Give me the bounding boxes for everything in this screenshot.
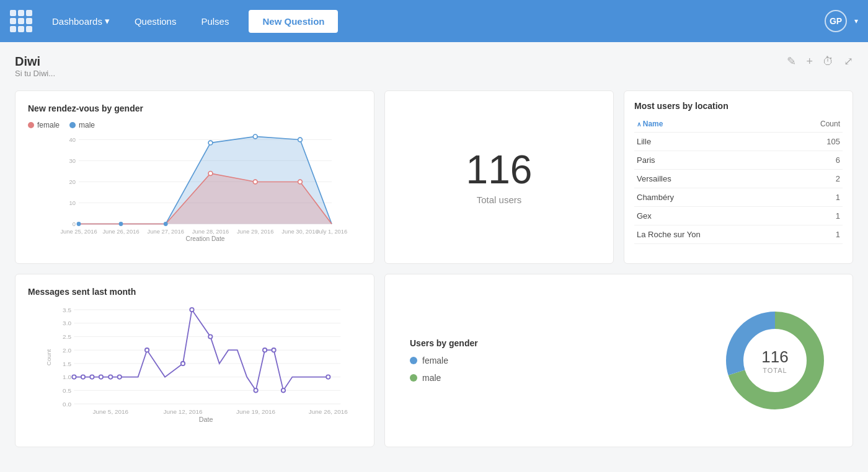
msg-pt-2 bbox=[90, 375, 94, 378]
nav-dashboards[interactable]: Dashboards ▾ bbox=[42, 11, 120, 32]
messages-title: Messages sent last month bbox=[28, 287, 361, 297]
messages-chart: Count 0.0 0.5 1.0 1.5 2.0 2.5 3.0 3.5 bbox=[28, 304, 361, 422]
female-label: female bbox=[37, 121, 60, 129]
svg-text:June 28, 2016: June 28, 2016 bbox=[192, 229, 229, 235]
msg-pt-5 bbox=[118, 375, 122, 378]
svg-text:1.0: 1.0 bbox=[63, 374, 71, 380]
msg-pt-4 bbox=[108, 375, 112, 378]
male-point-3 bbox=[208, 141, 213, 145]
card-location: Most users by location ∧ Name Count Lill… bbox=[624, 90, 853, 264]
dashboard-subtitle: Si tu Diwi... bbox=[15, 69, 55, 78]
svg-text:10: 10 bbox=[69, 200, 75, 206]
male-point-5 bbox=[298, 138, 303, 142]
svg-text:July 1, 2016: July 1, 2016 bbox=[316, 229, 347, 235]
location-count: 2 bbox=[787, 170, 843, 188]
donut-total-label: TOTAL bbox=[761, 367, 788, 374]
clock-icon[interactable]: ⏱ bbox=[823, 55, 834, 68]
svg-text:2.5: 2.5 bbox=[63, 333, 71, 340]
page-content: Diwi Si tu Diwi... ✎ + ⏱ ⤢ New rendez-vo… bbox=[0, 42, 868, 460]
female-dot bbox=[28, 122, 34, 128]
user-avatar[interactable]: GP bbox=[825, 10, 847, 32]
location-name: Versailles bbox=[634, 170, 787, 188]
msg-pt-1 bbox=[81, 375, 85, 378]
location-count: 6 bbox=[787, 151, 843, 170]
svg-text:0.0: 0.0 bbox=[63, 401, 71, 408]
questions-label: Questions bbox=[135, 16, 177, 27]
gender-legend: female male bbox=[410, 356, 698, 383]
location-table: ∧ Name Count Lille105Paris6Versailles2Ch… bbox=[634, 116, 843, 244]
msg-pt-3 bbox=[99, 375, 103, 378]
card-messages: Messages sent last month Count 0.0 0.5 1… bbox=[15, 274, 374, 447]
svg-text:1.5: 1.5 bbox=[63, 361, 71, 367]
card-rendez-vous: New rendez-vous by gender female male bbox=[15, 90, 374, 264]
msg-pt-11 bbox=[263, 348, 267, 352]
main-header: Dashboards ▾ Questions Pulses New Questi… bbox=[0, 0, 868, 42]
female-point-3 bbox=[208, 172, 213, 176]
total-users-label: Total users bbox=[477, 194, 522, 205]
svg-text:Creation Date: Creation Date bbox=[186, 235, 225, 242]
gender-female-item: female bbox=[410, 356, 698, 365]
page-title-area: Diwi Si tu Diwi... ✎ + ⏱ ⤢ bbox=[15, 55, 853, 78]
user-menu-chevron[interactable]: ▾ bbox=[854, 17, 858, 25]
msg-pt-13 bbox=[281, 388, 285, 392]
msg-pt-10 bbox=[254, 388, 257, 392]
location-name: La Roche sur Yon bbox=[634, 225, 787, 244]
male-dot bbox=[69, 122, 76, 128]
donut-center: 116 TOTAL bbox=[761, 347, 788, 374]
svg-text:30: 30 bbox=[69, 158, 75, 164]
male-point-4 bbox=[253, 134, 257, 139]
donut-total: 116 bbox=[761, 347, 788, 367]
msg-pt-8 bbox=[190, 308, 193, 312]
donut-chart: 116 TOTAL bbox=[722, 308, 828, 413]
gender-male-item: male bbox=[410, 373, 698, 383]
male-point-2 bbox=[164, 222, 168, 226]
expand-icon[interactable]: ⤢ bbox=[844, 55, 853, 68]
male-point-1 bbox=[119, 222, 123, 226]
svg-text:0.5: 0.5 bbox=[63, 387, 71, 394]
svg-text:40: 40 bbox=[69, 137, 75, 143]
page-title: Diwi Si tu Diwi... bbox=[15, 55, 55, 78]
msg-pt-14 bbox=[326, 375, 330, 378]
svg-text:June 30, 2016: June 30, 2016 bbox=[281, 229, 318, 235]
svg-text:June 26, 2016: June 26, 2016 bbox=[102, 229, 139, 235]
svg-text:0: 0 bbox=[73, 221, 76, 227]
sort-icon: ∧ bbox=[637, 121, 643, 128]
nav-questions[interactable]: Questions bbox=[125, 11, 187, 32]
add-icon[interactable]: + bbox=[806, 55, 813, 68]
total-users-number: 116 bbox=[466, 150, 533, 190]
location-row: Chambéry1 bbox=[634, 188, 843, 207]
female-point-4 bbox=[253, 180, 257, 184]
location-name: Chambéry bbox=[634, 188, 787, 207]
svg-text:June 5, 2016: June 5, 2016 bbox=[93, 408, 129, 415]
svg-text:3.5: 3.5 bbox=[63, 307, 71, 313]
male-point-0 bbox=[77, 222, 81, 226]
location-row: Paris6 bbox=[634, 151, 843, 170]
svg-text:June 26, 2016: June 26, 2016 bbox=[309, 408, 348, 415]
card-users-gender: Users by gender female male bbox=[384, 274, 853, 447]
page-actions: ✎ + ⏱ ⤢ bbox=[787, 55, 853, 68]
msg-pt-7 bbox=[181, 362, 185, 365]
rendez-vous-title: New rendez-vous by gender bbox=[28, 103, 361, 113]
location-count: 1 bbox=[787, 225, 843, 244]
nav-pulses[interactable]: Pulses bbox=[191, 11, 239, 32]
location-row: Lille105 bbox=[634, 133, 843, 151]
location-title: Most users by location bbox=[634, 101, 843, 111]
new-question-button[interactable]: New Question bbox=[249, 10, 338, 33]
location-row: Versailles2 bbox=[634, 170, 843, 188]
svg-text:2.0: 2.0 bbox=[63, 347, 71, 354]
msg-pt-6 bbox=[145, 348, 149, 352]
edit-icon[interactable]: ✎ bbox=[787, 55, 796, 68]
dashboard-title: Diwi bbox=[15, 55, 55, 69]
svg-text:June 12, 2016: June 12, 2016 bbox=[164, 408, 203, 415]
location-name-header[interactable]: ∧ Name bbox=[634, 116, 787, 133]
location-count: 1 bbox=[787, 207, 843, 225]
gender-female-label: female bbox=[422, 356, 448, 365]
location-row: La Roche sur Yon1 bbox=[634, 225, 843, 244]
svg-text:June 19, 2016: June 19, 2016 bbox=[236, 408, 275, 415]
female-point-5 bbox=[298, 180, 303, 184]
location-count: 1 bbox=[787, 188, 843, 207]
svg-text:June 27, 2016: June 27, 2016 bbox=[148, 229, 184, 235]
gender-title: Users by gender bbox=[410, 338, 698, 348]
location-count-header[interactable]: Count bbox=[787, 116, 843, 133]
logo-icon bbox=[10, 10, 32, 32]
